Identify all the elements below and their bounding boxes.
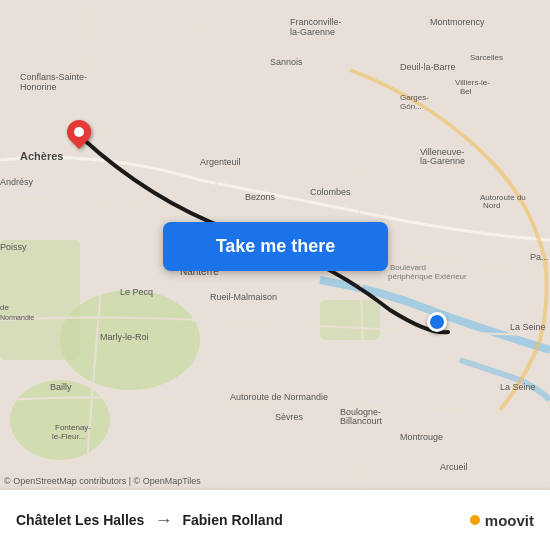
route-info: Châtelet Les Halles → Fabien Rolland <box>16 510 470 531</box>
arrow-icon: → <box>154 510 172 531</box>
bottom-bar: Châtelet Les Halles → Fabien Rolland moo… <box>0 490 550 550</box>
destination-station: Fabien Rolland <box>182 512 282 528</box>
moovit-dot <box>470 515 480 525</box>
map-attribution: © OpenStreetMap contributors | © OpenMap… <box>4 476 201 486</box>
moovit-text: moovit <box>485 512 534 529</box>
take-me-there-button[interactable]: Take me there <box>163 222 388 271</box>
origin-station: Châtelet Les Halles <box>16 512 144 528</box>
moovit-logo: moovit <box>470 512 534 529</box>
map-container: Conflans-Sainte- Honorine Franconville- … <box>0 0 550 490</box>
destination-marker <box>427 312 447 332</box>
